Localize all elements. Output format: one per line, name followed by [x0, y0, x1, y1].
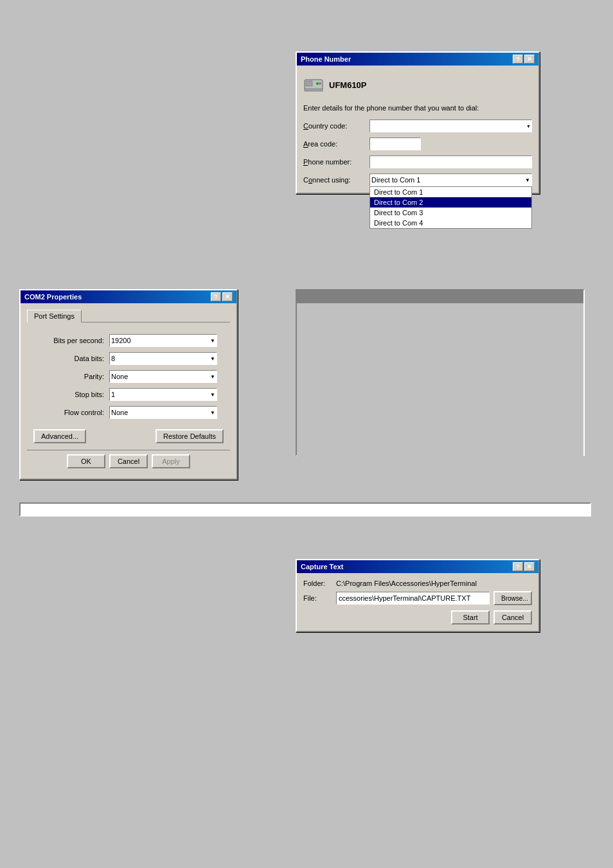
- bits-label-text: Bits per second:: [53, 337, 104, 344]
- connect-value: Direct to Com 1: [371, 176, 420, 184]
- phone-number-dialog: Phone Number ? ✕ UFM610P Enter details f…: [296, 51, 540, 194]
- data-label-text: Data bits:: [75, 355, 104, 362]
- cancel-button[interactable]: Cancel: [109, 454, 148, 468]
- svg-point-3: [319, 82, 321, 85]
- phone-label-text: hone number:: [308, 158, 351, 166]
- area-label-text: rea code:: [308, 140, 337, 148]
- option-com1[interactable]: Direct to Com 1: [370, 187, 531, 197]
- parity-arrow: ▼: [210, 374, 215, 380]
- connect-dropdown[interactable]: Direct to Com 1 ▼: [369, 173, 532, 186]
- option-com3[interactable]: Direct to Com 3: [370, 208, 531, 218]
- stop-label-text: Stop bits:: [75, 391, 104, 398]
- horizontal-bar: [19, 502, 591, 517]
- data-dropdown[interactable]: 8 ▼: [109, 352, 217, 365]
- terminal-window: [296, 289, 585, 456]
- tab-bar: Port Settings: [27, 310, 230, 323]
- stop-arrow: ▼: [210, 392, 215, 398]
- capture-cancel-button[interactable]: Cancel: [493, 610, 532, 624]
- apply-button[interactable]: Apply: [152, 454, 190, 468]
- capture-content: Folder: C:\Program Files\Accessories\Hyp…: [297, 573, 538, 631]
- com2-ok-cancel: OK Cancel Apply: [27, 450, 230, 472]
- bits-select-container: 19200 ▼: [109, 334, 217, 347]
- close-button[interactable]: ✕: [524, 55, 535, 64]
- bits-dropdown[interactable]: 19200 ▼: [109, 334, 217, 347]
- country-input[interactable]: [369, 120, 532, 132]
- stop-dropdown[interactable]: 1 ▼: [109, 388, 217, 401]
- modem-icon: [303, 75, 324, 95]
- svg-point-2: [316, 82, 319, 85]
- com2-content: Port Settings Bits per second: 19200 ▼ D…: [21, 303, 236, 479]
- parity-dropdown[interactable]: None ▼: [109, 370, 217, 383]
- stop-label: Stop bits:: [40, 391, 104, 398]
- phone-description: Enter details for the phone number that …: [303, 104, 532, 112]
- country-select-wrapper[interactable]: [369, 120, 532, 132]
- phone-dialog-titlebar: Phone Number ? ✕: [297, 53, 538, 66]
- ok-button[interactable]: OK: [67, 454, 105, 468]
- country-label-text: ountry code:: [308, 122, 348, 130]
- data-label: Data bits:: [40, 355, 104, 362]
- data-value: 8: [111, 355, 115, 362]
- capture-titlebar-buttons: ? ✕: [513, 562, 535, 571]
- port-settings-tab[interactable]: Port Settings: [27, 310, 82, 323]
- modem-name: UFM610P: [329, 80, 367, 90]
- terminal-titlebar: [297, 290, 583, 303]
- advanced-button[interactable]: Advanced...: [33, 429, 86, 443]
- option-com2[interactable]: Direct to Com 2: [370, 197, 531, 208]
- flow-dropdown[interactable]: None ▼: [109, 406, 217, 419]
- restore-defaults-button[interactable]: Restore Defaults: [155, 429, 224, 443]
- parity-label-text: Parity:: [84, 373, 104, 380]
- com2-titlebar: COM2 Properties ? ✕: [21, 290, 236, 303]
- com2-close-button[interactable]: ✕: [222, 292, 233, 301]
- flow-label-text: Flow control:: [64, 409, 104, 416]
- svg-rect-1: [306, 81, 312, 86]
- file-label: File:: [303, 594, 332, 602]
- com2-secondary-buttons: Advanced... Restore Defaults: [27, 425, 230, 447]
- bits-label: Bits per second:: [40, 337, 104, 344]
- capture-text-dialog: Capture Text ? ✕ Folder: C:\Program File…: [296, 559, 540, 632]
- stop-value: 1: [111, 391, 115, 398]
- capture-action-buttons: Start Cancel: [303, 610, 532, 624]
- capture-close-button[interactable]: ✕: [524, 562, 535, 571]
- svg-rect-4: [305, 89, 323, 91]
- data-arrow: ▼: [210, 356, 215, 362]
- option-com4[interactable]: Direct to Com 4: [370, 218, 531, 228]
- start-button[interactable]: Start: [451, 610, 490, 624]
- flow-label: Flow control:: [40, 409, 104, 416]
- bits-arrow: ▼: [210, 338, 215, 344]
- file-input[interactable]: [336, 592, 490, 605]
- folder-value: C:\Program Files\Accessories\HyperTermin…: [336, 580, 532, 587]
- capture-file-row: File: Browse...: [303, 591, 532, 605]
- country-label: Country code:: [303, 122, 364, 130]
- connect-dropdown-menu: Direct to Com 1 Direct to Com 2 Direct t…: [369, 186, 532, 229]
- browse-button[interactable]: Browse...: [493, 591, 532, 605]
- titlebar-buttons: ? ✕: [513, 55, 535, 64]
- com-form: Bits per second: 19200 ▼ Data bits: 8 ▼ …: [27, 328, 230, 425]
- parity-value: None: [111, 373, 128, 380]
- connect-select-container: Direct to Com 1 ▼ Direct to Com 1 Direct…: [369, 173, 532, 186]
- com2-help-button[interactable]: ?: [211, 292, 221, 301]
- phone-label: Phone number:: [303, 158, 364, 166]
- connect-label: Connect using:: [303, 176, 364, 184]
- com2-titlebar-buttons: ? ✕: [211, 292, 233, 301]
- phone-input[interactable]: [369, 155, 532, 168]
- capture-help-button[interactable]: ?: [513, 562, 523, 571]
- flow-arrow: ▼: [210, 410, 215, 416]
- folder-label: Folder:: [303, 580, 332, 587]
- flow-value: None: [111, 409, 128, 416]
- capture-title: Capture Text: [301, 563, 343, 571]
- phone-dialog-content: UFM610P Enter details for the phone numb…: [297, 66, 538, 193]
- terminal-body[interactable]: [297, 303, 583, 457]
- capture-folder-row: Folder: C:\Program Files\Accessories\Hyp…: [303, 580, 532, 587]
- com2-properties-dialog: COM2 Properties ? ✕ Port Settings Bits p…: [19, 289, 238, 480]
- phone-dialog-title: Phone Number: [301, 55, 351, 63]
- com2-title: COM2 Properties: [24, 293, 82, 301]
- area-label: Area code:: [303, 140, 364, 148]
- connect-label-text: nnect using:: [312, 176, 350, 184]
- help-button[interactable]: ?: [513, 55, 523, 64]
- phone-header: UFM610P: [303, 72, 532, 98]
- bits-value: 19200: [111, 337, 131, 344]
- area-input[interactable]: [369, 137, 421, 150]
- capture-titlebar: Capture Text ? ✕: [297, 560, 538, 573]
- parity-label: Parity:: [40, 373, 104, 380]
- dropdown-arrow: ▼: [525, 177, 530, 183]
